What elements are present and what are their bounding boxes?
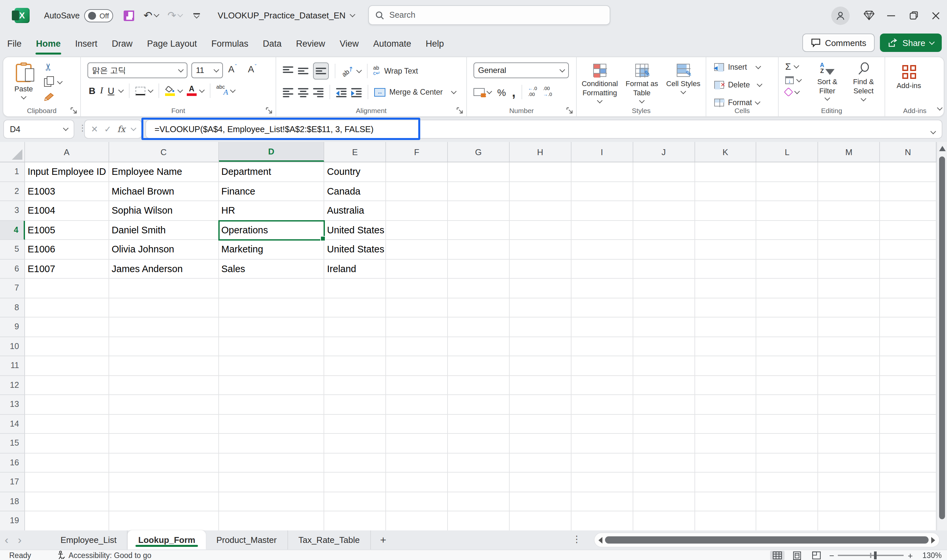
expand-formula-bar-button[interactable]: [931, 126, 935, 135]
cell-F4[interactable]: [386, 220, 448, 240]
clear-button[interactable]: [785, 89, 801, 95]
zoom-slider-handle[interactable]: [874, 551, 877, 559]
align-middle-icon[interactable]: [298, 66, 308, 75]
cell-C11[interactable]: [109, 356, 219, 375]
font-size-combobox[interactable]: 11: [191, 62, 223, 78]
cell-L7[interactable]: [757, 279, 818, 298]
cell-J13[interactable]: [633, 395, 695, 414]
new-sheet-button[interactable]: +: [380, 534, 386, 546]
cell-H9[interactable]: [510, 317, 571, 337]
sheet-tab-tax-rate-table[interactable]: Tax_Rate_Table: [288, 531, 371, 549]
cell-N19[interactable]: [880, 511, 936, 531]
zoom-level[interactable]: 130%: [918, 551, 942, 559]
cell-J2[interactable]: [633, 182, 695, 201]
save-icon[interactable]: [124, 10, 134, 21]
cell-D14[interactable]: [219, 414, 325, 434]
cell-H2[interactable]: [510, 182, 571, 201]
formula-input[interactable]: =VLOOKUP($A$4, Employee_List!$A$2:$E$11,…: [145, 120, 942, 139]
cell-E13[interactable]: [325, 395, 386, 414]
cell-K10[interactable]: [695, 337, 757, 356]
cell-D6[interactable]: Sales: [219, 259, 325, 279]
cell-N12[interactable]: [880, 375, 936, 395]
cell-L12[interactable]: [757, 375, 818, 395]
cell-A18[interactable]: [25, 492, 109, 511]
collapse-ribbon-button[interactable]: [938, 100, 942, 112]
cell-C15[interactable]: [109, 434, 219, 453]
alignment-dialog-launcher[interactable]: [456, 107, 463, 114]
clipboard-dialog-launcher[interactable]: [70, 107, 77, 114]
cell-H11[interactable]: [510, 356, 571, 375]
font-color-button[interactable]: A: [187, 85, 204, 96]
row-header-5[interactable]: 5: [0, 240, 25, 259]
cell-L14[interactable]: [757, 414, 818, 434]
cell-N16[interactable]: [880, 453, 936, 472]
cell-E4[interactable]: United States: [325, 220, 386, 240]
col-header-I[interactable]: I: [571, 142, 633, 162]
redo-button[interactable]: ↷: [167, 9, 182, 22]
cell-N2[interactable]: [880, 182, 936, 201]
cell-I3[interactable]: [571, 201, 633, 220]
cell-M18[interactable]: [818, 492, 880, 511]
tab-help[interactable]: Help: [419, 31, 451, 57]
cell-D2[interactable]: Finance: [219, 182, 325, 201]
cell-I16[interactable]: [571, 453, 633, 472]
cell-D4[interactable]: Operations: [219, 220, 325, 240]
cell-I12[interactable]: [571, 375, 633, 395]
align-right-icon[interactable]: [313, 88, 323, 97]
row-header-18[interactable]: 18: [0, 492, 25, 511]
row-header-2[interactable]: 2: [0, 182, 25, 201]
cell-K5[interactable]: [695, 240, 757, 259]
cell-G4[interactable]: [448, 220, 510, 240]
cell-G18[interactable]: [448, 492, 510, 511]
row-header-6[interactable]: 6: [0, 259, 25, 279]
cell-A1[interactable]: Input Employee ID: [25, 162, 109, 182]
cell-N9[interactable]: [880, 317, 936, 337]
row-header-15[interactable]: 15: [0, 434, 25, 453]
cell-J3[interactable]: [633, 201, 695, 220]
cell-J8[interactable]: [633, 298, 695, 317]
cell-F14[interactable]: [386, 414, 448, 434]
cell-I8[interactable]: [571, 298, 633, 317]
cell-H3[interactable]: [510, 201, 571, 220]
cell-M15[interactable]: [818, 434, 880, 453]
cell-G16[interactable]: [448, 453, 510, 472]
find-select-button[interactable]: Find & Select: [846, 60, 881, 100]
cell-K8[interactable]: [695, 298, 757, 317]
cell-A9[interactable]: [25, 317, 109, 337]
sort-filter-button[interactable]: AZ Sort & Filter: [810, 60, 844, 100]
cell-L17[interactable]: [757, 472, 818, 492]
sheet-tab-lookup-form[interactable]: Lookup_Form: [128, 531, 206, 549]
cell-E18[interactable]: [325, 492, 386, 511]
cell-K9[interactable]: [695, 317, 757, 337]
cell-C16[interactable]: [109, 453, 219, 472]
cell-D17[interactable]: [219, 472, 325, 492]
cell-K13[interactable]: [695, 395, 757, 414]
cell-A6[interactable]: E1007: [25, 259, 109, 279]
cell-E16[interactable]: [325, 453, 386, 472]
row-header-10[interactable]: 10: [0, 337, 25, 356]
cell-D8[interactable]: [219, 298, 325, 317]
cell-I14[interactable]: [571, 414, 633, 434]
increase-font-size-button[interactable]: Aˆ: [228, 64, 237, 74]
cell-I5[interactable]: [571, 240, 633, 259]
cell-C14[interactable]: [109, 414, 219, 434]
cell-D5[interactable]: Marketing: [219, 240, 325, 259]
cell-M16[interactable]: [818, 453, 880, 472]
cell-K15[interactable]: [695, 434, 757, 453]
cell-J16[interactable]: [633, 453, 695, 472]
cell-M2[interactable]: [818, 182, 880, 201]
cell-F19[interactable]: [386, 511, 448, 531]
row-header-3[interactable]: 3: [0, 201, 25, 220]
col-header-E[interactable]: E: [325, 142, 386, 162]
cell-M9[interactable]: [818, 317, 880, 337]
cell-C2[interactable]: Michael Brown: [109, 182, 219, 201]
cell-G10[interactable]: [448, 337, 510, 356]
cell-D9[interactable]: [219, 317, 325, 337]
cell-D7[interactable]: [219, 279, 325, 298]
cell-E14[interactable]: [325, 414, 386, 434]
number-format-combobox[interactable]: General: [473, 62, 569, 78]
increase-indent-icon[interactable]: [351, 88, 362, 97]
conditional-formatting-button[interactable]: Conditional Formatting: [578, 58, 622, 102]
zoom-slider[interactable]: [838, 555, 904, 556]
format-painter-button[interactable]: [44, 92, 55, 101]
